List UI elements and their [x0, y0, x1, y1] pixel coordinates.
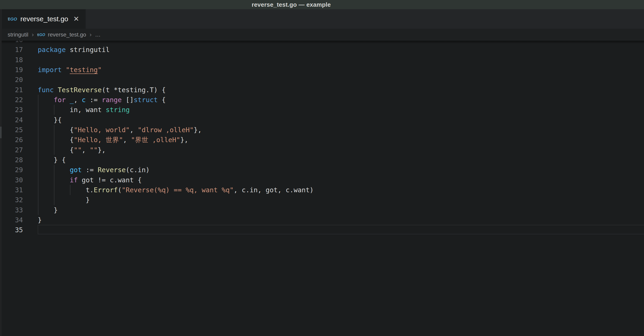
breadcrumb-file[interactable]: GO reverse_test.go [37, 31, 86, 38]
line-number[interactable]: 22 [0, 95, 23, 105]
code-editor[interactable]: 1617package stringutil1819import "testin… [0, 9, 644, 336]
code-line[interactable]: 34} [0, 215, 644, 225]
code-line[interactable]: 19import "testing" [0, 65, 644, 75]
code-text: if got != c.want { [38, 175, 142, 185]
editor-tab-strip: GO reverse_test.go ✕ [0, 9, 644, 29]
code-line[interactable]: 26 {"Hello, 世界", "界世 ,olleH"}, [0, 135, 644, 145]
code-line[interactable]: 21func TestReverse(t *testing.T) { [0, 85, 644, 95]
go-file-icon: GO [8, 16, 18, 22]
code-line[interactable]: 17package stringutil [0, 45, 644, 55]
code-text: for _, c := range []struct { [38, 95, 166, 105]
code-line[interactable]: 22 for _, c := range []struct { [0, 95, 644, 105]
code-line[interactable]: 24 }{ [0, 115, 644, 125]
code-text: } [38, 205, 58, 215]
breadcrumb-file-label: reverse_test.go [48, 31, 86, 38]
go-file-icon: GO [37, 32, 46, 37]
code-text: import "testing" [38, 65, 102, 75]
line-number[interactable]: 24 [0, 115, 23, 125]
line-number[interactable]: 20 [0, 75, 23, 85]
line-number[interactable]: 19 [0, 65, 23, 75]
code-line[interactable]: 30 if got != c.want { [0, 175, 644, 185]
line-number[interactable]: 27 [0, 145, 23, 155]
code-text: t.Errorf("Reverse(%q) == %q, want %q", c… [38, 185, 314, 195]
chevron-right-icon: › [32, 31, 34, 38]
code-line[interactable]: 29 got := Reverse(c.in) [0, 165, 644, 175]
window-left-edge [0, 9, 2, 336]
line-number[interactable]: 33 [0, 205, 23, 215]
code-line[interactable]: 20 [0, 75, 644, 85]
code-text: }{ [38, 115, 62, 125]
code-line[interactable]: 25 {"Hello, world", "dlrow ,olleH"}, [0, 125, 644, 135]
code-line[interactable]: 32 } [0, 195, 644, 205]
code-text: func TestReverse(t *testing.T) { [38, 85, 166, 95]
line-number[interactable]: 31 [0, 185, 23, 195]
tab-reverse-test-go[interactable]: GO reverse_test.go ✕ [2, 9, 86, 29]
line-number[interactable]: 18 [0, 55, 23, 65]
code-text: } { [38, 155, 66, 165]
breadcrumb-symbol[interactable]: … [95, 31, 101, 38]
code-line[interactable]: 18 [0, 55, 644, 65]
code-text: } [38, 215, 42, 225]
code-text: in, want string [38, 105, 130, 115]
line-number[interactable]: 30 [0, 175, 23, 185]
code-line[interactable]: 31 t.Errorf("Reverse(%q) == %q, want %q"… [0, 185, 644, 195]
code-line[interactable]: 33 } [0, 205, 644, 215]
code-text: package stringutil [38, 45, 110, 55]
code-line[interactable]: 27 {"", ""}, [0, 145, 644, 155]
chevron-right-icon: › [89, 31, 92, 38]
code-text: {"", ""}, [38, 145, 106, 155]
line-number[interactable]: 29 [0, 165, 23, 175]
line-number[interactable]: 32 [0, 195, 23, 205]
line-number[interactable]: 25 [0, 125, 23, 135]
code-line[interactable]: 35 [0, 225, 644, 235]
code-text: {"Hello, 世界", "界世 ,olleH"}, [38, 135, 188, 145]
line-number[interactable]: 28 [0, 155, 23, 165]
line-number[interactable]: 17 [0, 45, 23, 55]
code-text: } [38, 195, 90, 205]
line-number[interactable]: 34 [0, 215, 23, 225]
code-text: got := Reverse(c.in) [38, 165, 150, 175]
line-number[interactable]: 21 [0, 85, 23, 95]
svg-text:GO: GO [39, 33, 45, 37]
code-line[interactable]: 28 } { [0, 155, 644, 165]
breadcrumb: stringutil › GO reverse_test.go › … [0, 29, 644, 41]
line-number[interactable]: 26 [0, 135, 23, 145]
tab-label: reverse_test.go [20, 15, 68, 23]
line-number[interactable]: 35 [0, 225, 23, 235]
window-title-bar: reverse_test.go — example [0, 0, 644, 9]
scrollbar-thumb[interactable] [0, 127, 2, 138]
svg-text:GO: GO [10, 17, 17, 21]
code-text: {"Hello, world", "dlrow ,olleH"}, [38, 125, 202, 135]
breadcrumb-folder[interactable]: stringutil [8, 31, 28, 38]
window-title: reverse_test.go — example [252, 1, 331, 8]
tab-close-icon[interactable]: ✕ [74, 15, 79, 22]
line-number[interactable]: 23 [0, 105, 23, 115]
code-line[interactable]: 23 in, want string [0, 105, 644, 115]
